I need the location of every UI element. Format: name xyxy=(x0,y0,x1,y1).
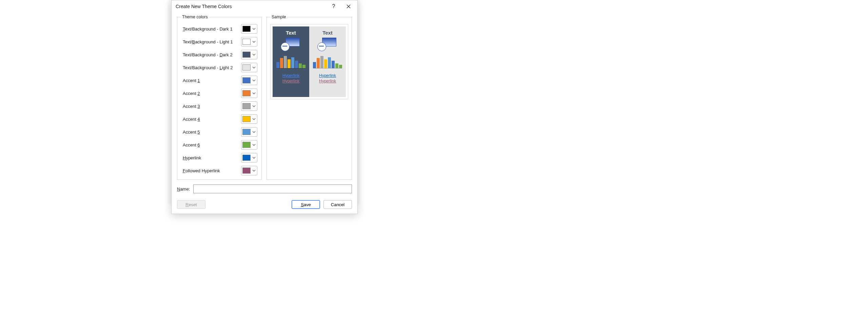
color-swatch xyxy=(242,129,251,135)
theme-color-row: Accent 3 xyxy=(183,101,257,111)
chevron-down-icon xyxy=(252,53,256,57)
sample-bar xyxy=(284,56,287,68)
theme-color-picker[interactable] xyxy=(241,140,257,150)
theme-color-label: Text/Background - Light 2 xyxy=(183,65,241,70)
theme-color-picker[interactable] xyxy=(241,37,257,46)
sample-group: Sample Text Hyperlink xyxy=(267,15,352,180)
sample-bar xyxy=(335,63,338,68)
theme-color-picker[interactable] xyxy=(241,166,257,175)
color-swatch xyxy=(242,77,251,83)
sample-tile-light: Text Hyperlink Hyperlink xyxy=(309,26,346,97)
chevron-down-icon xyxy=(252,78,256,82)
dialog-footer: Reset Save Cancel xyxy=(172,197,357,214)
theme-name-input[interactable] xyxy=(193,184,352,193)
save-button[interactable]: Save xyxy=(292,200,320,209)
close-button[interactable] xyxy=(341,1,356,12)
dialog-title: Create New Theme Colors xyxy=(176,4,326,9)
sample-bar xyxy=(320,56,323,68)
theme-color-label: Accent 2 xyxy=(183,91,241,96)
theme-color-picker[interactable] xyxy=(241,76,257,85)
color-swatch xyxy=(242,26,251,32)
chevron-down-icon xyxy=(252,65,256,70)
color-swatch xyxy=(242,116,251,122)
sample-bar xyxy=(280,58,283,68)
theme-color-picker[interactable] xyxy=(241,127,257,137)
sample-links-dark: Hyperlink Hyperlink xyxy=(282,73,299,83)
theme-color-row: Accent 1 xyxy=(183,76,257,85)
sample-tile-dark: Text Hyperlink Hyperlink xyxy=(273,26,309,97)
theme-color-picker[interactable] xyxy=(241,101,257,111)
theme-color-label: Followed Hyperlink xyxy=(183,168,241,173)
theme-color-row: Accent 5 xyxy=(183,127,257,137)
sample-preview: Text Hyperlink Hyperlink xyxy=(270,24,348,99)
color-swatch xyxy=(242,90,251,96)
theme-color-label: Hyperlink xyxy=(183,155,241,160)
theme-color-picker[interactable] xyxy=(241,153,257,162)
theme-color-row: Text/Background - Dark 2 xyxy=(183,50,257,59)
sample-bar xyxy=(332,61,335,68)
sample-bar xyxy=(339,65,342,68)
sample-followed-dark: Hyperlink xyxy=(282,79,299,83)
color-swatch xyxy=(242,103,251,109)
theme-color-label: Accent 6 xyxy=(183,142,241,148)
color-swatch xyxy=(242,142,251,148)
sample-bar xyxy=(299,63,302,68)
create-theme-colors-dialog: Create New Theme Colors ? Theme colors T… xyxy=(171,0,358,214)
theme-color-row: Accent 2 xyxy=(183,89,257,98)
sample-bar xyxy=(295,61,298,68)
name-label: Name: xyxy=(177,187,190,192)
theme-color-label: Accent 3 xyxy=(183,104,241,109)
sample-bar xyxy=(291,57,294,68)
sample-shapes-dark xyxy=(281,38,301,51)
theme-color-row: Text/Background - Light 1 xyxy=(183,37,257,46)
color-swatch xyxy=(242,39,251,45)
color-swatch xyxy=(242,52,251,58)
theme-color-picker[interactable] xyxy=(241,89,257,98)
theme-color-label: Accent 4 xyxy=(183,117,241,122)
theme-color-row: Accent 6 xyxy=(183,140,257,150)
sample-legend: Sample xyxy=(270,15,287,19)
chevron-down-icon xyxy=(252,117,256,121)
sample-text-dark: Text xyxy=(286,30,296,36)
theme-color-label: Text/Background - Light 1 xyxy=(183,39,241,44)
sample-text-light: Text xyxy=(322,30,333,36)
theme-color-picker[interactable] xyxy=(241,24,257,34)
chevron-down-icon xyxy=(252,130,256,134)
sample-bar xyxy=(313,62,316,68)
theme-color-label: Accent 1 xyxy=(183,78,241,83)
sample-followed-light: Hyperlink xyxy=(319,79,336,83)
theme-color-label: Text/Background - Dark 1 xyxy=(183,26,241,32)
titlebar: Create New Theme Colors ? xyxy=(172,0,357,13)
sample-hyperlink-dark: Hyperlink xyxy=(282,73,299,78)
theme-color-row: Hyperlink xyxy=(183,153,257,162)
chevron-down-icon xyxy=(252,91,256,95)
sample-bar xyxy=(276,62,279,68)
theme-color-picker[interactable] xyxy=(241,114,257,124)
cancel-button[interactable]: Cancel xyxy=(323,200,352,209)
chevron-down-icon xyxy=(252,104,256,108)
chevron-down-icon xyxy=(252,27,256,31)
theme-color-picker[interactable] xyxy=(241,50,257,59)
theme-color-row: Text/Background - Dark 1 xyxy=(183,24,257,34)
sample-bar xyxy=(288,59,291,68)
theme-color-row: Text/Background - Light 2 xyxy=(183,63,257,72)
theme-color-row: Followed Hyperlink xyxy=(183,166,257,175)
theme-color-label: Text/Background - Dark 2 xyxy=(183,52,241,57)
sample-bar xyxy=(328,57,331,68)
theme-colors-group: Theme colors Text/Background - Dark 1Tex… xyxy=(177,15,262,180)
chevron-down-icon xyxy=(252,169,256,173)
chevron-down-icon xyxy=(252,156,256,160)
sample-bar xyxy=(317,58,320,68)
chevron-down-icon xyxy=(252,40,256,44)
name-row: Name: Custom 10 xyxy=(177,184,352,193)
theme-color-row: Accent 4 xyxy=(183,114,257,124)
theme-color-picker[interactable] xyxy=(241,63,257,72)
color-swatch xyxy=(242,64,251,71)
reset-button[interactable]: Reset xyxy=(177,200,205,209)
sample-shapes-light xyxy=(317,38,338,51)
close-icon xyxy=(346,4,351,9)
color-swatch xyxy=(242,168,251,174)
theme-colors-legend: Theme colors xyxy=(181,15,209,19)
chevron-down-icon xyxy=(252,143,256,147)
help-button[interactable]: ? xyxy=(326,1,341,12)
